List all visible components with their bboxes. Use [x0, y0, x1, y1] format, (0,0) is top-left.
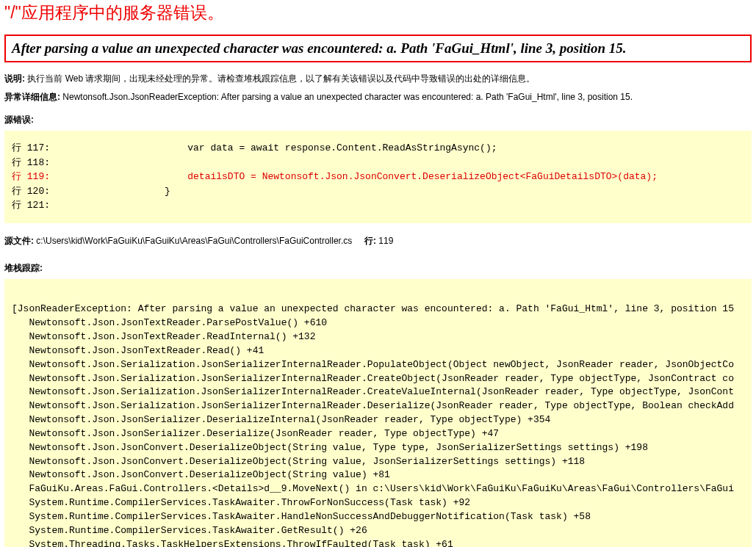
description-line: 说明: 执行当前 Web 请求期间，出现未经处理的异常。请检查堆栈跟踪信息，以了…: [0, 70, 756, 88]
exception-box: After parsing a value an unexpected char…: [4, 35, 752, 62]
line-value: 119: [378, 236, 393, 246]
code-line: 行 119: detailsDTO = Newtonsoft.Json.Json…: [12, 170, 744, 184]
stack-trace-block: [JsonReaderException: After parsing a va…: [4, 279, 752, 548]
code-line: 行 121:: [12, 198, 744, 213]
code-line: 行 118:: [12, 156, 744, 170]
exception-detail-line: 异常详细信息: Newtonsoft.Json.JsonReaderExcept…: [0, 88, 756, 106]
code-line: 行 120: }: [12, 184, 744, 199]
page-title: "/"应用程序中的服务器错误。: [0, 0, 756, 30]
stack-trace-label: 堆栈跟踪:: [0, 255, 756, 279]
exception-detail-label: 异常详细信息:: [4, 92, 60, 102]
source-code-block: 行 117: var data = await response.Content…: [4, 131, 752, 223]
code-line: 行 117: var data = await response.Content…: [12, 141, 744, 156]
description-label: 说明:: [4, 73, 25, 84]
source-error-label: 源错误:: [0, 106, 756, 131]
source-file-line: 源文件: c:\Users\kid\Work\FaGuiKu\FaGuiKu\A…: [0, 231, 756, 255]
exception-detail-value: Newtonsoft.Json.JsonReaderException: Aft…: [62, 92, 633, 102]
line-label: 行:: [364, 236, 376, 246]
source-file-value: c:\Users\kid\Work\FaGuiKu\FaGuiKu\Areas\…: [36, 236, 352, 246]
source-file-label: 源文件:: [4, 236, 34, 246]
description-value: 执行当前 Web 请求期间，出现未经处理的异常。请检查堆栈跟踪信息，以了解有关该…: [27, 73, 535, 84]
exception-message: After parsing a value an unexpected char…: [12, 40, 744, 57]
